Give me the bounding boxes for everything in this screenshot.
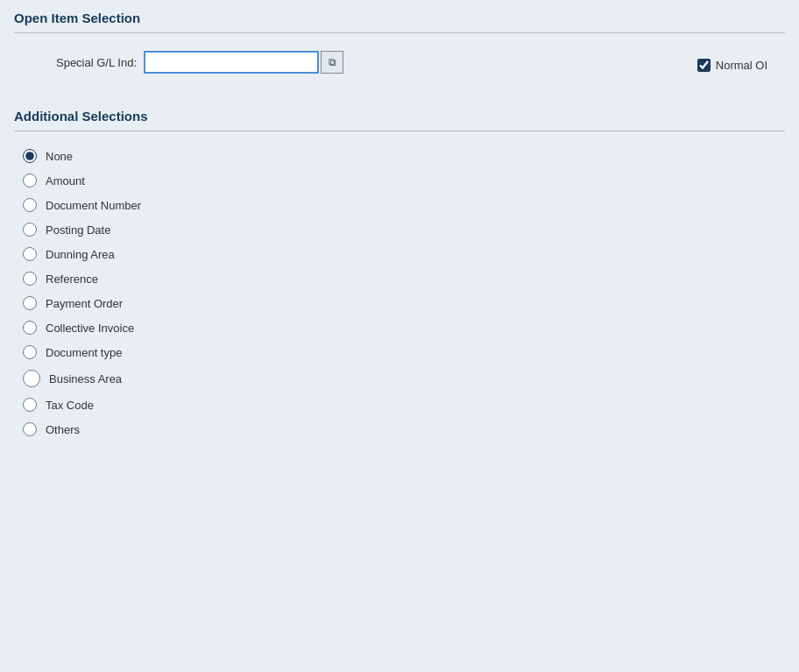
radio-label-tax-code: Tax Code	[46, 399, 94, 412]
radio-item-business-area[interactable]: Business Area	[23, 364, 785, 393]
radio-dunning-area[interactable]	[23, 247, 37, 261]
normal-ol-label[interactable]: Normal OI	[716, 59, 767, 72]
radio-label-others: Others	[46, 423, 80, 436]
radio-item-posting-date[interactable]: Posting Date	[23, 217, 785, 242]
radio-label-posting-date: Posting Date	[46, 223, 110, 237]
radio-item-amount[interactable]: Amount	[23, 168, 785, 193]
normal-ol-checkbox[interactable]	[697, 59, 711, 72]
special-gl-label: Special G/L Ind:	[14, 56, 137, 69]
open-item-selection-title: Open Item Selection	[14, 11, 785, 25]
page-container: Open Item Selection Special G/L Ind: ⧉ N…	[0, 0, 799, 672]
radio-label-none: None	[46, 150, 73, 163]
special-gl-field-group: Special G/L Ind: ⧉	[14, 46, 343, 79]
radio-label-payment-order: Payment Order	[46, 297, 123, 310]
additional-selections-section: Additional Selections None Amount Docume…	[0, 98, 799, 456]
radio-item-others[interactable]: Others	[23, 417, 785, 442]
section-divider-additional	[14, 131, 785, 131]
radio-none[interactable]	[23, 149, 37, 163]
radio-reference[interactable]	[23, 272, 37, 286]
radio-amount[interactable]	[23, 173, 37, 187]
special-gl-popup-button[interactable]: ⧉	[321, 51, 343, 74]
radio-business-area[interactable]	[23, 370, 40, 387]
normal-ol-checkbox-area: Normal OI	[697, 59, 767, 72]
radio-tax-code[interactable]	[23, 398, 37, 412]
radio-label-reference: Reference	[46, 272, 98, 286]
radio-label-document-number: Document Number	[46, 199, 141, 212]
radio-item-none[interactable]: None	[23, 144, 785, 168]
radio-item-dunning-area[interactable]: Dunning Area	[23, 242, 785, 266]
radio-label-dunning-area: Dunning Area	[46, 248, 115, 261]
radio-label-document-type: Document type	[46, 346, 122, 359]
radio-label-amount: Amount	[46, 174, 85, 187]
special-gl-input[interactable]	[144, 51, 319, 74]
special-gl-row: Special G/L Ind: ⧉ Normal OI	[14, 46, 785, 84]
radio-posting-date[interactable]	[23, 223, 37, 237]
section-divider-top	[14, 32, 785, 33]
radio-collective-invoice[interactable]	[23, 321, 37, 335]
radio-item-payment-order[interactable]: Payment Order	[23, 291, 785, 315]
radio-document-number[interactable]	[23, 198, 37, 212]
radio-item-document-type[interactable]: Document type	[23, 340, 785, 364]
radio-label-business-area: Business Area	[49, 372, 122, 386]
additional-selections-radio-group: None Amount Document Number Posting Date…	[23, 144, 785, 442]
radio-item-collective-invoice[interactable]: Collective Invoice	[23, 315, 785, 340]
radio-others[interactable]	[23, 422, 37, 436]
radio-item-reference[interactable]: Reference	[23, 266, 785, 291]
radio-item-tax-code[interactable]: Tax Code	[23, 393, 785, 417]
radio-item-document-number[interactable]: Document Number	[23, 193, 785, 217]
additional-selections-title: Additional Selections	[14, 109, 785, 124]
popup-icon: ⧉	[329, 56, 336, 68]
radio-payment-order[interactable]	[23, 296, 37, 310]
open-item-selection-section: Open Item Selection Special G/L Ind: ⧉ N…	[0, 0, 799, 98]
radio-document-type[interactable]	[23, 345, 37, 359]
radio-label-collective-invoice: Collective Invoice	[46, 322, 134, 335]
